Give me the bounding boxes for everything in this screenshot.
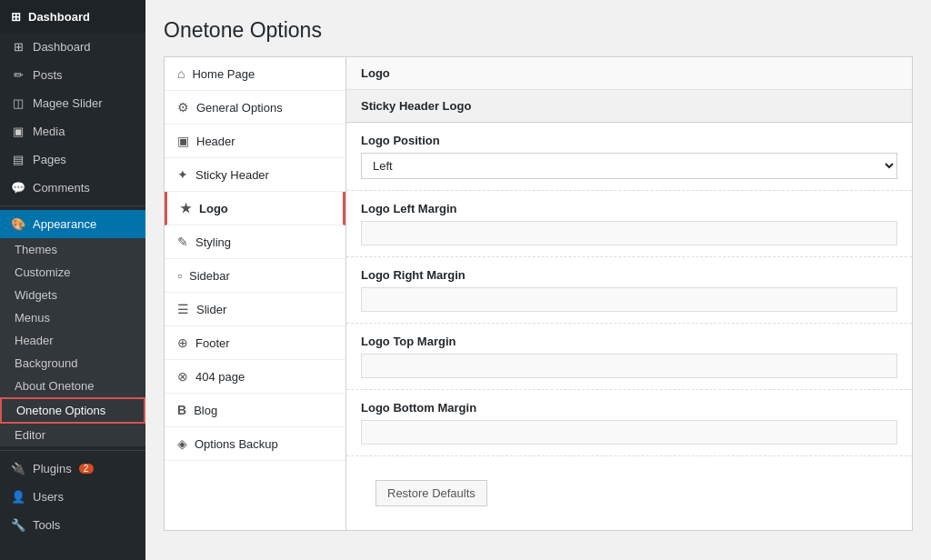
- logo-bottom-margin-row: Logo Bottom Margin: [346, 390, 912, 456]
- sidebar-divider-2: [0, 450, 145, 451]
- home-icon: ⌂: [177, 66, 185, 81]
- plugins-label: Plugins: [33, 462, 72, 475]
- logo-position-select[interactable]: Left Center Right: [361, 153, 897, 179]
- magee-slider-icon: ◫: [11, 96, 25, 110]
- sidebar-item-plugins[interactable]: 🔌 Plugins 2: [0, 455, 145, 483]
- nav-item-slider[interactable]: ☰ Slider: [165, 293, 345, 326]
- nav-item-label: Footer: [195, 336, 230, 350]
- nav-item-label: Sticky Header: [195, 168, 269, 182]
- logo-section-title: Logo: [346, 57, 912, 90]
- nav-item-footer[interactable]: ⊕ Footer: [165, 326, 345, 360]
- sidebar-item-magee-slider[interactable]: ◫ Magee Slider: [0, 89, 145, 117]
- sidebar-item-posts[interactable]: ✏ Posts: [0, 61, 145, 89]
- nav-item-label: Styling: [195, 235, 231, 249]
- header-nav-icon: ▣: [177, 134, 189, 148]
- sidebar-item-label: Appearance: [33, 217, 96, 231]
- restore-defaults-button[interactable]: Restore Defaults: [375, 480, 487, 506]
- tools-label: Tools: [33, 518, 60, 532]
- sidebar-subitem-header[interactable]: Header: [0, 329, 145, 352]
- nav-item-404[interactable]: ⊗ 404 page: [165, 360, 345, 394]
- sidebar-item-label: Posts: [33, 68, 63, 82]
- header-label: Header: [15, 334, 54, 347]
- sidebar-divider-1: [0, 205, 145, 206]
- nav-item-label: Options Backup: [195, 437, 278, 451]
- customize-label: Customize: [15, 265, 70, 279]
- sidebar-item-tools[interactable]: 🔧 Tools: [0, 511, 145, 539]
- notfound-icon: ⊗: [177, 369, 188, 384]
- nav-item-home-page[interactable]: ⌂ Home Page: [165, 57, 345, 91]
- dashboard-icon: ⊞: [11, 10, 21, 24]
- page-title: Onetone Options: [164, 18, 913, 43]
- nav-item-header[interactable]: ▣ Header: [165, 125, 345, 158]
- sidebar-item-appearance[interactable]: 🎨 Appearance: [0, 210, 145, 238]
- nav-item-label: Header: [196, 135, 235, 148]
- sticky-header-icon: ✦: [177, 167, 188, 182]
- sidebar-subitem-about-onetone[interactable]: About Onetone: [0, 375, 145, 397]
- logo-right-margin-input[interactable]: [361, 287, 897, 312]
- sidebar-subitem-menus[interactable]: Menus: [0, 306, 145, 329]
- nav-item-sticky-header[interactable]: ✦ Sticky Header: [165, 158, 345, 192]
- sidebar-subitem-editor[interactable]: Editor: [0, 424, 145, 446]
- sidebar-item-pages[interactable]: ▤ Pages: [0, 145, 145, 174]
- nav-item-label: Sidebar: [189, 269, 230, 283]
- sidebar-item-label: Pages: [33, 153, 66, 166]
- sidebar-subitem-onetone-options[interactable]: Onetone Options: [0, 397, 145, 424]
- logo-top-margin-input[interactable]: [361, 354, 897, 378]
- nav-item-label: Slider: [196, 303, 226, 316]
- sidebar-subitem-customize[interactable]: Customize: [0, 261, 145, 284]
- posts-icon: ✏: [11, 68, 25, 82]
- pages-icon: ▤: [11, 153, 25, 166]
- logo-nav-icon: ★: [180, 201, 192, 215]
- logo-right-margin-label: Logo Right Margin: [361, 268, 897, 282]
- blog-icon: B: [177, 403, 186, 417]
- nav-item-label: Blog: [194, 404, 217, 417]
- plugins-badge: 2: [79, 464, 94, 474]
- nav-item-logo[interactable]: ★ Logo: [165, 192, 345, 225]
- widgets-label: Widgets: [15, 288, 57, 302]
- menus-label: Menus: [15, 311, 50, 325]
- styling-icon: ✎: [177, 235, 188, 249]
- logo-position-row: Logo Position Left Center Right: [346, 123, 912, 191]
- logo-bottom-margin-label: Logo Bottom Margin: [361, 401, 897, 415]
- nav-item-label: Home Page: [192, 67, 255, 81]
- logo-top-margin-row: Logo Top Margin: [346, 324, 912, 390]
- sidebar-item-dashboard[interactable]: ⊞ Dashboard: [0, 33, 145, 61]
- sidebar: ⊞ Dashboard ⊞ Dashboard ✏ Posts ◫ Magee …: [0, 0, 145, 560]
- nav-item-label: General Options: [196, 101, 283, 115]
- logo-position-label: Logo Position: [361, 134, 897, 147]
- tools-icon: 🔧: [11, 518, 25, 532]
- main-content: Onetone Options ⌂ Home Page ⚙ General Op…: [145, 0, 931, 560]
- nav-item-options-backup[interactable]: ◈ Options Backup: [165, 427, 345, 461]
- nav-panel: ⌂ Home Page ⚙ General Options ▣ Header ✦…: [165, 57, 346, 530]
- sidebar-header[interactable]: ⊞ Dashboard: [0, 0, 145, 33]
- nav-item-label: Logo: [199, 202, 228, 215]
- sidebar-subitem-background[interactable]: Background: [0, 352, 145, 375]
- sidebar-subitem-widgets[interactable]: Widgets: [0, 284, 145, 306]
- sidebar-item-users[interactable]: 👤 Users: [0, 483, 145, 511]
- slider-icon: ☰: [177, 302, 189, 316]
- sidebar-subitem-themes[interactable]: Themes: [0, 238, 145, 261]
- logo-bottom-margin-input[interactable]: [361, 420, 897, 445]
- nav-item-label: 404 page: [195, 370, 245, 384]
- comments-icon: 💬: [11, 181, 25, 195]
- footer-icon: ⊕: [177, 335, 188, 350]
- sidebar-item-label: Dashboard: [33, 40, 91, 54]
- nav-item-sidebar[interactable]: ▫ Sidebar: [165, 259, 345, 293]
- media-icon: ▣: [11, 125, 25, 138]
- background-label: Background: [15, 356, 77, 370]
- dashboard-nav-icon: ⊞: [11, 40, 25, 54]
- nav-item-blog[interactable]: B Blog: [165, 394, 345, 427]
- users-icon: 👤: [11, 490, 25, 504]
- sidebar-header-label: Dashboard: [28, 10, 90, 24]
- logo-left-margin-input[interactable]: [361, 221, 897, 245]
- options-backup-icon: ◈: [177, 436, 187, 451]
- general-options-icon: ⚙: [177, 100, 189, 115]
- appearance-icon: 🎨: [11, 217, 25, 231]
- sidebar-item-comments[interactable]: 💬 Comments: [0, 174, 145, 202]
- logo-right-margin-row: Logo Right Margin: [346, 257, 912, 324]
- nav-item-general-options[interactable]: ⚙ General Options: [165, 91, 345, 125]
- onetone-options-label: Onetone Options: [16, 404, 105, 417]
- sidebar-item-label: Comments: [33, 181, 90, 195]
- sidebar-item-media[interactable]: ▣ Media: [0, 117, 145, 145]
- nav-item-styling[interactable]: ✎ Styling: [165, 225, 345, 259]
